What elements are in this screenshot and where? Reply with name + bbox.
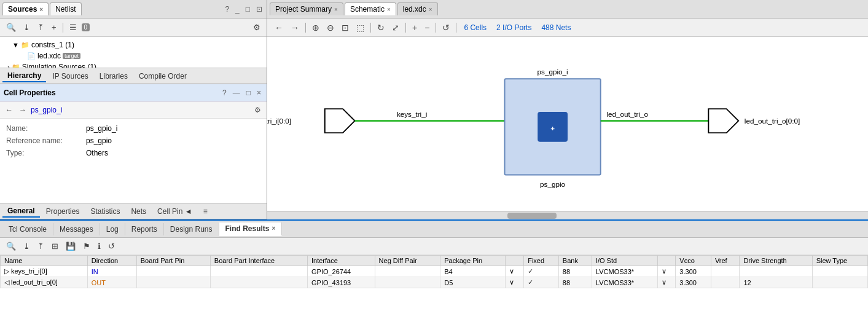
target-badge: target <box>63 53 80 59</box>
td-vcco: 3.300 <box>676 277 711 288</box>
tab-libraries[interactable]: Libraries <box>95 71 133 82</box>
add-button[interactable]: + <box>49 22 59 33</box>
find-results-table: Name Direction Board Part Pin Board Part… <box>0 255 868 288</box>
sch-fit-button[interactable]: ⊡ <box>339 22 351 33</box>
left-port-group[interactable]: keys_tri_i[0:0] <box>267 109 355 133</box>
sch-back-button[interactable]: ← <box>272 22 286 33</box>
tree-item-constrs[interactable]: ▼ 📁 constrs_1 (1) <box>0 39 267 50</box>
table-row[interactable]: ◁led_out_tri_o[0] OUT GPIO_43193 D5 ∨ ✓ … <box>1 277 868 288</box>
help-button[interactable]: ? <box>223 4 231 14</box>
restore-button[interactable]: □ <box>244 4 252 14</box>
scroll-thumb-h[interactable] <box>507 213 557 219</box>
cell-forward-button[interactable]: → <box>17 105 28 115</box>
tab-properties[interactable]: Properties <box>41 206 85 217</box>
sch-select-button[interactable]: ⬚ <box>354 22 367 33</box>
search-button[interactable]: 🔍 <box>4 22 18 33</box>
tab-nets[interactable]: Nets <box>126 206 151 217</box>
tab-schematic-close[interactable]: × <box>387 6 391 13</box>
td-bank: 88 <box>558 266 592 277</box>
bt-collapse-button[interactable]: ⤓ <box>21 240 33 252</box>
tab-reports[interactable]: Reports <box>125 223 164 235</box>
tab-more[interactable]: ≡ <box>198 206 213 217</box>
td-neg-diff-pair <box>375 277 440 288</box>
sch-remove-button[interactable]: − <box>422 22 432 33</box>
tab-compile-order[interactable]: Compile Order <box>134 71 192 82</box>
td-package-pin: D5 <box>440 277 506 288</box>
cell-minimize-button[interactable]: — <box>231 88 242 98</box>
cell-help-button[interactable]: ? <box>221 88 229 98</box>
sch-stat-nets[interactable]: 488 Nets <box>541 23 571 32</box>
tree-item-sim-sources[interactable]: › 📁 Simulation Sources (1) <box>0 61 267 68</box>
tab-statistics[interactable]: Statistics <box>85 206 125 217</box>
sch-stat-cells[interactable]: 6 Cells <box>464 23 487 32</box>
tree-item-led-xdc[interactable]: 📄 led.xdc target <box>0 50 267 61</box>
view-button[interactable]: ☰ <box>67 22 79 33</box>
tab-led-xdc[interactable]: led.xdc × <box>397 2 438 15</box>
cell-close-button[interactable]: × <box>255 88 263 98</box>
main-block[interactable]: + <box>505 79 601 175</box>
gear-button[interactable]: ⚙ <box>251 22 263 33</box>
maximize-button[interactable]: ⊡ <box>254 4 264 14</box>
tab-design-runs[interactable]: Design Runs <box>164 223 219 235</box>
td-io-arrow[interactable]: ∨ <box>657 277 676 288</box>
bt-search-button[interactable]: 🔍 <box>4 240 18 252</box>
td-vcco: 3.300 <box>676 266 711 277</box>
sch-refresh-button[interactable]: ↺ <box>440 22 452 33</box>
tab-netlist[interactable]: Netlist <box>50 2 81 15</box>
cell-prop-ref-key: Reference name: <box>6 136 86 145</box>
tab-project-summary-close[interactable]: × <box>334 6 338 13</box>
tab-ip-sources[interactable]: IP Sources <box>47 71 93 82</box>
tab-sources-close[interactable]: × <box>39 6 43 13</box>
tab-general[interactable]: General <box>2 205 40 218</box>
tab-hierarchy[interactable]: Hierarchy <box>2 70 46 82</box>
td-pkg-arrow[interactable]: ∨ <box>506 266 524 277</box>
sch-stat-ports[interactable]: 2 I/O Ports <box>496 23 531 32</box>
tab-led-xdc-close[interactable]: × <box>429 6 432 13</box>
tab-find-results[interactable]: Find Results × <box>219 223 283 236</box>
tab-find-results-close[interactable]: × <box>272 225 276 232</box>
expand-button[interactable]: ⤒ <box>35 22 47 33</box>
cell-prop-name-key: Name: <box>6 124 86 133</box>
td-neg-diff-pair <box>375 266 440 277</box>
bt-save-button[interactable]: 💾 <box>63 240 78 252</box>
cell-gear-button[interactable]: ⚙ <box>252 105 263 115</box>
tab-cell-pin[interactable]: Cell Pin ◄ <box>152 206 197 217</box>
sch-zoom-in-button[interactable]: ⊕ <box>310 22 322 33</box>
tab-led-xdc-label: led.xdc <box>403 5 426 14</box>
bt-add-button[interactable]: ⊞ <box>49 240 61 252</box>
cell-maximize-button[interactable]: □ <box>244 88 252 98</box>
tab-sources[interactable]: Sources × <box>2 2 49 15</box>
folder-icon-sim: 📁 <box>12 63 20 68</box>
tab-project-summary[interactable]: Project Summary × <box>270 2 343 15</box>
td-pkg-arrow[interactable]: ∨ <box>506 277 524 288</box>
tab-messages[interactable]: Messages <box>53 223 100 235</box>
tab-log[interactable]: Log <box>100 223 125 235</box>
tab-schematic[interactable]: Schematic × <box>345 2 396 15</box>
expand-constrs-icon: ▼ <box>12 41 19 49</box>
bt-refresh-button[interactable]: ↺ <box>106 240 117 252</box>
collapse-button[interactable]: ⤓ <box>21 22 33 33</box>
tab-tcl-console[interactable]: Tcl Console <box>2 223 53 235</box>
sch-move-button[interactable]: ⤢ <box>389 22 402 33</box>
td-slew-type <box>812 266 867 277</box>
cell-back-button[interactable]: ← <box>4 105 15 115</box>
sch-forward-button[interactable]: → <box>288 22 302 33</box>
sch-zoom-out-button[interactable]: ⊖ <box>324 22 337 33</box>
cell-bottom-tabs: General Properties Statistics Nets Cell … <box>0 203 267 219</box>
cell-content: Name: ps_gpio_i Reference name: ps_gpio … <box>0 119 267 203</box>
bt-info-button[interactable]: ℹ <box>95 240 103 252</box>
table-row[interactable]: ▷keys_tri_i[0] IN GPIO_26744 B4 ∨ ✓ 88 L… <box>1 266 868 277</box>
td-io-arrow[interactable]: ∨ <box>657 266 676 277</box>
bt-expand-button[interactable]: ⤒ <box>35 240 47 252</box>
sch-add-button[interactable]: + <box>410 22 420 33</box>
right-port-group[interactable]: led_out_tri_o[0:0] <box>708 109 800 133</box>
bt-flag-button[interactable]: ⚑ <box>80 240 93 252</box>
schematic-canvas: keys_tri_i[0:0] keys_tri_i + ps_gpio_i <box>267 37 868 211</box>
right-port-label: led_out_tri_o[0:0] <box>745 117 800 125</box>
sch-rotate-button[interactable]: ↻ <box>375 22 387 33</box>
minimize-button[interactable]: _ <box>233 4 241 14</box>
h-scrollbar[interactable] <box>267 211 868 219</box>
td-bank: 88 <box>558 277 592 288</box>
tab-tcl-console-label: Tcl Console <box>9 225 47 234</box>
top-area: Sources × Netlist ? _ □ ⊡ <box>0 0 868 219</box>
